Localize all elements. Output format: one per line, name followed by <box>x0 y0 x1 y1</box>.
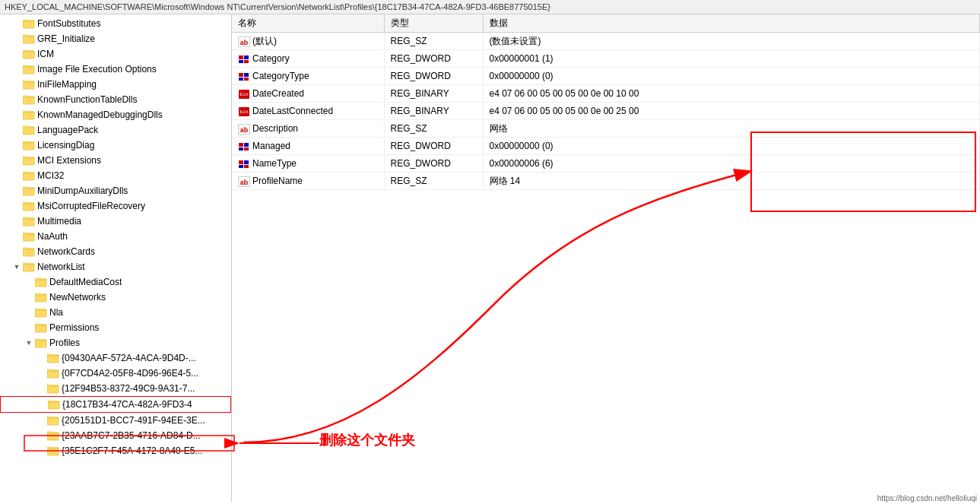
expand-arrow[interactable] <box>12 141 21 150</box>
tree-item-label: FontSubstitutes <box>37 17 100 30</box>
tree-item-language-pack[interactable]: LanguagePack <box>0 122 231 138</box>
tree-item-label: Permissions <box>49 321 99 334</box>
expand-arrow[interactable] <box>36 446 46 455</box>
expand-arrow[interactable] <box>12 156 21 165</box>
tree-item-icm[interactable]: ICM <box>0 46 231 62</box>
svg-rect-48 <box>244 165 249 168</box>
svg-rect-41 <box>239 143 243 147</box>
tree-item-label: {0F7CD4A2-05F8-4D96-96E4-5... <box>62 366 198 380</box>
expand-arrow[interactable] <box>24 308 33 317</box>
tree-item-default-media-cost[interactable]: DefaultMediaCost <box>0 274 231 290</box>
folder-icon <box>35 322 47 333</box>
tree-item-mci32[interactable]: MCI32 <box>0 168 231 183</box>
tree-item-inifile-mapping[interactable]: IniFileMapping <box>0 77 231 92</box>
tree-item-permissions[interactable]: Permissions <box>0 320 231 335</box>
tree-item-new-networks[interactable]: NewNetworks <box>0 290 231 305</box>
svg-text:bin: bin <box>240 109 249 114</box>
expand-arrow[interactable] <box>24 323 33 332</box>
tree-item-nla[interactable]: Nla <box>0 305 231 320</box>
address-bar: HKEY_LOCAL_MACHINE\SOFTWARE\Microsoft\Wi… <box>0 0 980 14</box>
registry-row[interactable]: CategoryTypeREG_DWORD0x00000000 (0) <box>232 68 980 85</box>
registry-row[interactable]: abProfileNameREG_SZ网络 14 <box>232 173 980 190</box>
registry-row[interactable]: ab(默认)REG_SZ(数值未设置) <box>232 33 980 50</box>
svg-text:bin: bin <box>240 91 249 97</box>
reg-name: abProfileName <box>232 173 384 190</box>
tree-item-font-substitutes[interactable]: FontSubstitutes <box>0 16 231 31</box>
expand-arrow[interactable] <box>12 217 21 226</box>
registry-row[interactable]: ManagedREG_DWORD0x00000000 (0) <box>232 138 980 155</box>
svg-rect-20 <box>35 325 46 332</box>
expand-arrow[interactable] <box>36 353 46 363</box>
tree-item-mini-dump[interactable]: MiniDumpAuxiliaryDlls <box>0 183 231 198</box>
expand-arrow[interactable] <box>12 232 21 241</box>
registry-row[interactable]: abDescriptionREG_SZ网络 <box>232 120 980 138</box>
tree-item-label: KnownFunctionTableDlls <box>37 93 137 106</box>
reg-name: bin DateLastConnected <box>232 103 384 120</box>
tree-item-network-list[interactable]: ▼ NetworkList <box>0 259 231 274</box>
expand-arrow[interactable] <box>12 65 21 74</box>
expand-arrow[interactable] <box>36 369 46 378</box>
expand-arrow[interactable] <box>36 384 46 393</box>
tree-item-gre-initialize[interactable]: GRE_Initialize <box>0 31 231 46</box>
tree-item-msi-corrupted[interactable]: MsiCorruptedFileRecovery <box>0 198 231 214</box>
svg-rect-25 <box>48 401 59 409</box>
reg-type: REG_BINARY <box>384 85 483 103</box>
tree-item-known-function[interactable]: KnownFunctionTableDlls <box>0 92 231 107</box>
reg-type: REG_SZ <box>384 173 483 190</box>
expand-arrow[interactable] <box>12 34 21 43</box>
expand-arrow[interactable] <box>24 277 33 287</box>
tree-item-profiles[interactable]: ▼ Profiles <box>0 335 231 350</box>
expand-arrow[interactable] <box>12 95 21 104</box>
tree-item-network-cards[interactable]: NetworkCards <box>0 244 231 259</box>
tree-item-licensing-diag[interactable]: LicensingDiag <box>0 138 231 153</box>
expand-arrow[interactable] <box>37 400 46 409</box>
expand-arrow[interactable]: ▼ <box>24 338 33 347</box>
folder-icon <box>35 338 47 348</box>
expand-arrow[interactable] <box>12 80 21 89</box>
reg-name: CategoryType <box>232 68 384 85</box>
expand-arrow[interactable] <box>12 186 21 195</box>
col-name: 名称 <box>232 14 384 33</box>
registry-row[interactable]: bin DateCreatedREG_BINARYe4 07 06 00 05 … <box>232 85 980 103</box>
registry-row[interactable]: NameTypeREG_DWORD0x00000006 (6) <box>232 155 980 173</box>
expand-arrow[interactable] <box>12 110 21 119</box>
svg-rect-30 <box>244 55 249 59</box>
expand-arrow[interactable] <box>12 125 21 135</box>
tree-item-profile-205151[interactable]: {205151D1-BCC7-491F-94EE-3E... <box>0 413 231 428</box>
svg-rect-27 <box>47 433 59 440</box>
reg-name: Category <box>232 50 384 68</box>
tree-item-profile-12f94[interactable]: {12F94B53-8372-49C9-9A31-7... <box>0 381 231 396</box>
tree-item-known-managed[interactable]: KnownManagedDebuggingDlls <box>0 107 231 122</box>
registry-row[interactable]: CategoryREG_DWORD0x00000001 (1) <box>232 50 980 68</box>
reg-type: REG_DWORD <box>384 138 483 155</box>
expand-arrow[interactable]: ▼ <box>12 262 21 271</box>
tree-item-multimedia[interactable]: Multimedia <box>0 214 231 229</box>
expand-arrow[interactable] <box>12 247 21 256</box>
folder-icon <box>23 79 35 90</box>
folder-icon <box>47 415 59 426</box>
expand-arrow[interactable] <box>12 49 21 59</box>
folder-icon <box>23 94 35 105</box>
svg-rect-3 <box>23 66 34 74</box>
reg-data: 网络 <box>483 120 980 138</box>
expand-arrow[interactable] <box>12 19 21 28</box>
svg-rect-36 <box>244 78 249 81</box>
folder-icon <box>23 201 35 211</box>
svg-rect-28 <box>47 448 59 455</box>
expand-arrow[interactable] <box>36 431 46 440</box>
expand-arrow[interactable] <box>12 201 21 211</box>
registry-row[interactable]: bin DateLastConnectedREG_BINARYe4 07 06 … <box>232 103 980 120</box>
expand-arrow[interactable] <box>24 293 33 302</box>
tree-item-profile-18c17[interactable]: {18C17B34-47CA-482A-9FD3-4 <box>0 396 231 413</box>
tree-item-profile-0f7cd[interactable]: {0F7CD4A2-05F8-4D96-96E4-5... <box>0 366 231 381</box>
tree-item-profile-35e1c[interactable]: {35E1C2F7-F45A-4172-8A40-E5... <box>0 443 231 458</box>
expand-arrow[interactable] <box>12 171 21 180</box>
expand-arrow[interactable] <box>36 416 46 425</box>
tree-item-mci-extensions[interactable]: MCI Extensions <box>0 153 231 168</box>
tree-item-image-file-execution[interactable]: Image File Execution Options <box>0 62 231 77</box>
tree-item-label: NetworkCards <box>37 245 95 258</box>
tree-item-naauth[interactable]: NaAuth <box>0 229 231 244</box>
tree-item-profile-09430[interactable]: {09430AAF-572A-4ACA-9D4D-... <box>0 350 231 366</box>
tree-item-label: IniFileMapping <box>37 78 97 91</box>
tree-item-profile-23aab[interactable]: {23AAB7C7-2B35-4716-AD84-D... <box>0 428 231 443</box>
